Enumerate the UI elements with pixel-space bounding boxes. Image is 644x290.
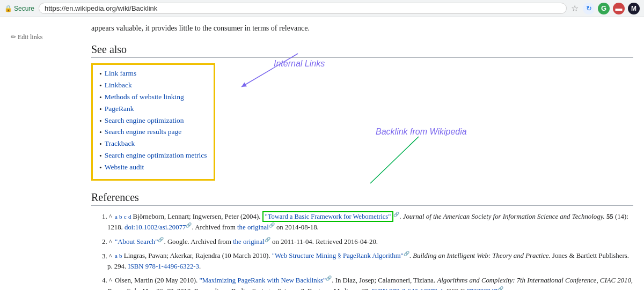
ref-num-3: 3. ^ <box>102 252 114 260</box>
list-item: Trackback <box>99 139 207 150</box>
oclc-link-4[interactable]: 873382847 <box>466 288 497 290</box>
ref-anchor-d[interactable]: d <box>128 213 131 220</box>
list-item: Search engine optimization metrics <box>99 151 207 161</box>
ref-anchor-3a[interactable]: a <box>115 253 118 259</box>
ext-icon-2: 🔗 <box>158 237 164 242</box>
sidebar: ✏ Edit links <box>0 17 86 290</box>
ext-icon-orig-2: 🔗 <box>265 237 270 242</box>
secure-badge: 🔒 Secure <box>4 5 34 12</box>
pencil-icon: ✏ <box>11 33 16 41</box>
blue-ext-button[interactable]: M <box>628 3 640 14</box>
ext-icon-3: 🔗 <box>404 251 409 256</box>
ext-icon-1: 🔗 <box>186 222 192 228</box>
ref-anchor-c[interactable]: c <box>124 213 127 220</box>
ext-icon-orig-1: 🔗 <box>269 222 275 228</box>
isbn-link-3[interactable]: ISBN 978-1-4496-6322-3 <box>128 263 199 270</box>
ref-anchor-a[interactable]: a <box>115 213 118 220</box>
reference-item-2: 2. ^ "About Search"🔗. Google. Archived f… <box>91 236 633 247</box>
journal-name: Journal of the American Society for Info… <box>403 213 605 220</box>
see-also-heading: See also <box>91 43 633 58</box>
see-also-box: Link farms Linkback Methods of website l… <box>91 63 215 181</box>
list-item: Search engine results page <box>99 128 207 138</box>
browser-bar: 🔒 Secure https://en.wikipedia.org/wiki/B… <box>0 0 644 17</box>
list-item: PageRank <box>99 105 207 115</box>
see-also-list: Link farms Linkback Methods of website l… <box>99 69 207 173</box>
browser-actions: ↻ G ▬ M <box>583 3 640 14</box>
top-text: appears valuable, it provides little to … <box>91 23 633 34</box>
svg-line-1 <box>370 137 419 183</box>
secure-label: Secure <box>14 5 34 12</box>
original-link-2[interactable]: the original <box>233 238 265 246</box>
list-item: Link farms <box>99 69 207 79</box>
pagerank-link[interactable]: PageRank <box>105 105 134 113</box>
references-heading: References <box>91 191 633 206</box>
edit-links[interactable]: ✏ Edit links <box>11 33 80 41</box>
url-bar[interactable]: https://en.wikipedia.org/wiki/Backlink <box>39 3 567 14</box>
webometrics-link[interactable]: "Toward a Basic Framework for Webometric… <box>262 211 394 222</box>
annotation-backlink: Backlink from Wikipedia <box>376 127 467 137</box>
list-item: Linkback <box>99 81 207 91</box>
serp-link[interactable]: Search engine results page <box>105 128 182 136</box>
website-audit-link[interactable]: Website audit <box>105 163 144 172</box>
seo-metrics-link[interactable]: Search engine optimization metrics <box>105 151 207 160</box>
ref-num-1: 1. ^ <box>102 213 114 220</box>
edit-links-label[interactable]: Edit links <box>18 33 42 41</box>
original-link-1[interactable]: the original <box>237 224 269 232</box>
main-content: appears valuable, it provides little to … <box>86 17 644 290</box>
red-ext-button[interactable]: ▬ <box>613 3 625 14</box>
pagerank-backlinks-link[interactable]: "Maximizing PageRank with New Backlinks" <box>199 277 326 284</box>
annotation-internal-links: Internal Links <box>274 59 325 69</box>
references-list: 1. ^ a b c d Björneborn, Lennart; Ingwer… <box>91 211 633 290</box>
reference-item-3: 3. ^ a b Lingras, Pawan; Akerkar, Rajend… <box>91 250 633 272</box>
seo-link[interactable]: Search engine optimization <box>105 116 184 125</box>
web-structure-link[interactable]: "Web Structure Mining § PageRank Algorit… <box>272 252 404 260</box>
reference-item-4: 4. ^ Olsen, Martin (20 May 2010). "Maxim… <box>91 275 633 290</box>
ref-num-2: 2. ^ <box>102 238 114 246</box>
ref-num-4: 4. ^ <box>102 277 114 284</box>
star-icon[interactable]: ☆ <box>571 3 579 13</box>
about-search-link[interactable]: "About Search" <box>115 238 158 246</box>
ref-anchor-3b[interactable]: b <box>119 253 122 259</box>
refresh-button[interactable]: ↻ <box>583 3 595 14</box>
doi-link-1[interactable]: doi:10.1002/asi.20077 <box>125 224 186 232</box>
list-item: Search engine optimization <box>99 116 207 127</box>
green-ext-button[interactable]: G <box>598 3 610 14</box>
list-item: Methods of website linking <box>99 93 207 103</box>
list-item: Website audit <box>99 163 207 173</box>
link-farms-link[interactable]: Link farms <box>105 69 137 78</box>
isbn-link-4[interactable]: ISBN 978-3-642-13072-4 <box>372 288 443 290</box>
ext-icon-4: 🔗 <box>326 276 332 281</box>
ext-link-icon: 🔗 <box>393 212 399 217</box>
trackback-link[interactable]: Trackback <box>105 139 135 148</box>
lock-icon: 🔒 <box>4 5 12 12</box>
ext-icon-oclc: 🔗 <box>497 286 503 290</box>
methods-link[interactable]: Methods of website linking <box>105 93 184 101</box>
reference-item-1: 1. ^ a b c d Björneborn, Lennart; Ingwer… <box>91 211 633 233</box>
book-name-4: Algorithms and Complexity: 7th Internati… <box>107 277 633 290</box>
linkback-link[interactable]: Linkback <box>105 81 132 90</box>
book-name-3: Building an Intelligent Web: Theory and … <box>413 252 550 260</box>
ref-anchor-b[interactable]: b <box>119 213 122 220</box>
